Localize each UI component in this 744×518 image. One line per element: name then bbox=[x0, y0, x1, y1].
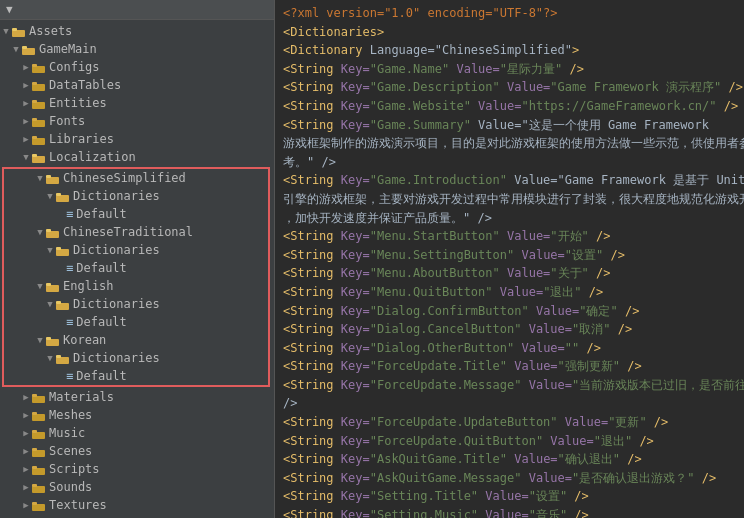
folder-icon bbox=[32, 390, 46, 404]
tree-item-assets-root[interactable]: ▼ Assets bbox=[0, 22, 274, 40]
tree-label-english: English bbox=[63, 279, 114, 293]
assets-tree[interactable]: ▼ Assets▼ GameMain▶ Configs▶ DataTables▶… bbox=[0, 20, 274, 518]
svg-rect-42 bbox=[32, 486, 45, 493]
folder-icon bbox=[32, 480, 46, 494]
code-line-12: <String Key="Menu.StartButton" Value="开始… bbox=[283, 227, 736, 246]
svg-rect-15 bbox=[32, 154, 37, 157]
tree-arrow: ▶ bbox=[20, 410, 32, 420]
tree-item-textures[interactable]: ▶ Textures bbox=[0, 496, 274, 514]
tree-item-default-ct[interactable]: ≡Default bbox=[4, 259, 268, 277]
folder-open-icon bbox=[56, 297, 70, 311]
tree-item-chinesetraditional[interactable]: ▼ ChineseTraditional bbox=[4, 223, 268, 241]
svg-rect-24 bbox=[46, 285, 59, 292]
svg-rect-40 bbox=[32, 468, 45, 475]
tree-label-sounds: Sounds bbox=[49, 480, 92, 494]
tree-arrow: ▼ bbox=[10, 44, 22, 54]
svg-rect-35 bbox=[32, 412, 37, 415]
folder-icon bbox=[32, 78, 46, 92]
code-line-24: <String Key="AskQuitGame.Title" Value="确… bbox=[283, 450, 736, 469]
tree-item-dict-cs[interactable]: ▼ Dictionaries bbox=[4, 187, 268, 205]
code-view[interactable]: <?xml version="1.0" encoding="UTF-8"?><D… bbox=[275, 0, 744, 518]
tree-item-korean[interactable]: ▼ Korean bbox=[4, 331, 268, 349]
tree-label-textures: Textures bbox=[49, 498, 107, 512]
svg-rect-36 bbox=[32, 432, 45, 439]
svg-rect-2 bbox=[22, 48, 35, 55]
tree-label-scenes: Scenes bbox=[49, 444, 92, 458]
code-line-17: <String Key="Dialog.CancelButton" Value=… bbox=[283, 320, 736, 339]
folder-open-icon bbox=[46, 279, 60, 293]
tree-arrow: ▶ bbox=[20, 98, 32, 108]
tree-item-entities[interactable]: ▶ Entities bbox=[0, 94, 274, 112]
svg-rect-21 bbox=[46, 229, 51, 232]
tree-arrow: ▶ bbox=[20, 500, 32, 510]
svg-rect-28 bbox=[46, 339, 59, 346]
svg-rect-31 bbox=[56, 355, 61, 358]
code-line-19: <String Key="ForceUpdate.Title" Value="强… bbox=[283, 357, 736, 376]
svg-rect-12 bbox=[32, 138, 45, 145]
svg-rect-43 bbox=[32, 484, 37, 487]
tree-arrow: ▼ bbox=[44, 245, 56, 255]
tree-arrow: ▶ bbox=[20, 446, 32, 456]
tree-arrow: ▶ bbox=[20, 80, 32, 90]
code-line-2: <Dictionary Language="ChineseSimplified"… bbox=[283, 41, 736, 60]
folder-open-icon bbox=[46, 333, 60, 347]
code-line-6: <String Key="Game.Summary" Value="这是一个使用… bbox=[283, 116, 736, 135]
folder-open-icon bbox=[46, 225, 60, 239]
tree-item-scenes[interactable]: ▶ Scenes bbox=[0, 442, 274, 460]
tree-item-default-cs[interactable]: ≡Default bbox=[4, 205, 268, 223]
tree-item-sounds[interactable]: ▶ Sounds bbox=[0, 478, 274, 496]
doc-icon: ≡ bbox=[66, 315, 73, 329]
tree-item-materials[interactable]: ▶ Materials bbox=[0, 388, 274, 406]
tree-item-default-ko[interactable]: ≡Default bbox=[4, 367, 268, 385]
tree-label-entities: Entities bbox=[49, 96, 107, 110]
svg-rect-10 bbox=[32, 120, 45, 127]
tree-label-datatables: DataTables bbox=[49, 78, 121, 92]
tree-arrow: ▶ bbox=[20, 482, 32, 492]
code-line-13: <String Key="Menu.SettingButton" Value="… bbox=[283, 246, 736, 265]
code-line-10: 引擎的游戏框架，主要对游戏开发过程中常用模块进行了封装，很大程度地规范化游戏开发… bbox=[283, 190, 736, 209]
tree-item-dict-ko[interactable]: ▼ Dictionaries bbox=[4, 349, 268, 367]
tree-item-chinesesimplified[interactable]: ▼ ChineseSimplified bbox=[4, 169, 268, 187]
code-line-26: <String Key="Setting.Title" Value="设置" /… bbox=[283, 487, 736, 506]
doc-icon: ≡ bbox=[66, 207, 73, 221]
folder-open-icon bbox=[56, 189, 70, 203]
svg-rect-9 bbox=[32, 100, 37, 103]
tree-item-fonts[interactable]: ▶ Fonts bbox=[0, 112, 274, 130]
tree-item-configs[interactable]: ▶ Configs bbox=[0, 58, 274, 76]
tree-item-scripts[interactable]: ▶ Scripts bbox=[0, 460, 274, 478]
tree-item-dict-en[interactable]: ▼ Dictionaries bbox=[4, 295, 268, 313]
tree-item-gamemain[interactable]: ▼ GameMain bbox=[0, 40, 274, 58]
assets-icon: ▼ bbox=[6, 3, 13, 16]
tree-arrow: ▼ bbox=[44, 191, 56, 201]
tree-item-localization[interactable]: ▼ Localization bbox=[0, 148, 274, 166]
svg-rect-7 bbox=[32, 82, 37, 85]
tree-arrow: ▼ bbox=[34, 335, 46, 345]
tree-label-materials: Materials bbox=[49, 390, 114, 404]
svg-rect-20 bbox=[46, 231, 59, 238]
tree-label-scripts: Scripts bbox=[49, 462, 100, 476]
tree-item-meshes[interactable]: ▶ Meshes bbox=[0, 406, 274, 424]
svg-rect-0 bbox=[12, 30, 25, 37]
tree-item-music[interactable]: ▶ Music bbox=[0, 424, 274, 442]
tree-arrow: ▶ bbox=[20, 116, 32, 126]
tree-label-dict-ct: Dictionaries bbox=[73, 243, 160, 257]
svg-rect-1 bbox=[12, 28, 17, 31]
svg-rect-30 bbox=[56, 357, 69, 364]
tree-item-ui[interactable]: ▼ UI bbox=[0, 514, 274, 518]
svg-rect-4 bbox=[32, 66, 45, 73]
svg-rect-8 bbox=[32, 102, 45, 109]
tree-item-libraries[interactable]: ▶ Libraries bbox=[0, 130, 274, 148]
tree-arrow: ▼ bbox=[44, 353, 56, 363]
tree-item-default-en[interactable]: ≡Default bbox=[4, 313, 268, 331]
code-line-5: <String Key="Game.Website" Value="https:… bbox=[283, 97, 736, 116]
tree-item-dict-ct[interactable]: ▼ Dictionaries bbox=[4, 241, 268, 259]
doc-icon: ≡ bbox=[66, 369, 73, 383]
assets-header: ▼ bbox=[0, 0, 274, 20]
tree-item-english[interactable]: ▼ English bbox=[4, 277, 268, 295]
code-line-7: 游戏框架制作的游戏演示项目，目的是对此游戏框架的使用方法做一些示范，供使用者参 bbox=[283, 134, 736, 153]
folder-icon bbox=[32, 132, 46, 146]
tree-item-datatables[interactable]: ▶ DataTables bbox=[0, 76, 274, 94]
svg-rect-6 bbox=[32, 84, 45, 91]
svg-rect-39 bbox=[32, 448, 37, 451]
svg-rect-5 bbox=[32, 64, 37, 67]
